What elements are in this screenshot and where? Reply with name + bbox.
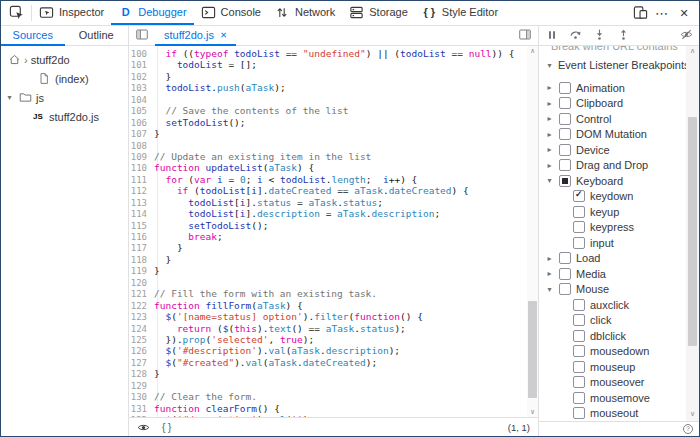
code-line[interactable]: 107} bbox=[129, 128, 538, 139]
checkbox-media[interactable] bbox=[559, 268, 571, 280]
code-line[interactable]: 123 $('[name=status] option').filter(fun… bbox=[129, 311, 538, 322]
scroll-up-icon[interactable]: ∧ bbox=[527, 46, 538, 56]
code-line[interactable]: 127 $("#created").val(aTask.dateCreated)… bbox=[129, 357, 538, 368]
responsive-design-button[interactable] bbox=[629, 1, 651, 25]
toolbar-tab-console[interactable]: Console bbox=[194, 1, 268, 25]
close-devtools-button[interactable]: ✕ bbox=[673, 1, 695, 25]
checkbox-mousedown[interactable] bbox=[573, 345, 585, 357]
event-breakpoint-device[interactable]: ▸Device bbox=[539, 142, 685, 158]
twisty-closed-icon[interactable]: ▸ bbox=[545, 269, 554, 278]
twisty-closed-icon[interactable]: ▸ bbox=[545, 99, 554, 108]
checkbox-mouseover[interactable] bbox=[573, 376, 585, 388]
event-breakpoint-keypress[interactable]: keypress bbox=[539, 220, 685, 236]
twisty-closed-icon[interactable]: ▸ bbox=[545, 161, 554, 170]
event-breakpoint-mouse[interactable]: ▾Mouse bbox=[539, 282, 685, 298]
code-line[interactable]: 116 break; bbox=[129, 231, 538, 242]
code-line[interactable]: 119} bbox=[129, 265, 538, 276]
code-line[interactable]: 122function fillForm(aTask) { bbox=[129, 300, 538, 311]
checkbox-mouseup[interactable] bbox=[573, 361, 585, 373]
code-line[interactable]: 108 bbox=[129, 140, 538, 151]
code-line[interactable]: 109// Update an existing item in the lis… bbox=[129, 151, 538, 162]
line-number[interactable]: 107 bbox=[129, 129, 152, 140]
event-breakpoint-input[interactable]: input bbox=[539, 235, 685, 251]
event-breakpoint-dblclick[interactable]: dblclick bbox=[539, 328, 685, 344]
code-line[interactable]: 118 } bbox=[129, 254, 538, 265]
event-breakpoint-keydown[interactable]: keydown bbox=[539, 189, 685, 205]
event-breakpoint-load[interactable]: ▸Load bbox=[539, 251, 685, 267]
checkbox-control[interactable] bbox=[559, 113, 571, 125]
close-tab-icon[interactable]: ✕ bbox=[220, 30, 227, 40]
event-breakpoint-mouseup[interactable]: mouseup bbox=[539, 359, 685, 375]
code-line[interactable]: 129 bbox=[129, 380, 538, 391]
event-breakpoint-auxclick[interactable]: auxclick bbox=[539, 297, 685, 313]
checkbox-clipboard[interactable] bbox=[559, 97, 571, 109]
scroll-up-icon[interactable]: ∧ bbox=[686, 46, 699, 56]
code-line[interactable]: 132 $('#description').val(''); bbox=[129, 414, 538, 417]
source-tree-item-stuff2do-root[interactable]: ›stuff2do bbox=[1, 50, 128, 69]
event-breakpoint-media[interactable]: ▸Media bbox=[539, 266, 685, 282]
expand-debugger-panel-button[interactable] bbox=[512, 26, 538, 45]
checkbox-load[interactable] bbox=[559, 252, 571, 264]
code-line[interactable]: 117 } bbox=[129, 242, 538, 253]
help-icon[interactable]: ? bbox=[682, 423, 694, 435]
event-breakpoint-mousemove[interactable]: mousemove bbox=[539, 390, 685, 406]
event-breakpoint-keyup[interactable]: keyup bbox=[539, 204, 685, 220]
tab-outline[interactable]: Outline bbox=[65, 26, 129, 46]
twisty-closed-icon[interactable]: ▸ bbox=[545, 83, 554, 92]
checkbox-keypress[interactable] bbox=[573, 221, 585, 233]
toolbar-tab-style-editor[interactable]: { }Style Editor bbox=[415, 1, 505, 25]
event-breakpoint-clipboard[interactable]: ▸Clipboard bbox=[539, 96, 685, 112]
line-number[interactable]: 128 bbox=[129, 369, 152, 380]
checkbox-click[interactable] bbox=[573, 314, 585, 326]
twisty-open-icon[interactable]: ▾ bbox=[545, 176, 554, 185]
code-line[interactable]: 106 setTodoList(); bbox=[129, 117, 538, 128]
twisty-open-icon[interactable]: ▾ bbox=[5, 93, 14, 102]
element-picker-button[interactable] bbox=[1, 1, 31, 25]
code-line[interactable]: 124 return ($(this).text() == aTask.stat… bbox=[129, 323, 538, 334]
step-over-button[interactable] bbox=[568, 28, 583, 43]
code-line[interactable]: 121// Fill the form with an existing tas… bbox=[129, 288, 538, 299]
step-out-button[interactable] bbox=[616, 28, 631, 43]
checkbox-device[interactable] bbox=[559, 144, 571, 156]
line-number[interactable]: 105 bbox=[129, 106, 152, 117]
code-line[interactable]: 111 for (var i = 0; i < todoList.length;… bbox=[129, 174, 538, 185]
line-number[interactable]: 112 bbox=[129, 186, 152, 197]
source-tree-item-index-file[interactable]: (index) bbox=[1, 69, 128, 88]
twisty-closed-icon[interactable]: ▸ bbox=[545, 114, 554, 123]
code-line[interactable]: 125 }).prop('selected', true); bbox=[129, 334, 538, 345]
scroll-down-icon[interactable]: ∨ bbox=[686, 409, 699, 419]
ignore-source-eye-icon[interactable] bbox=[137, 421, 150, 434]
event-breakpoint-dom-mutation[interactable]: ▸DOM Mutation bbox=[539, 127, 685, 143]
pretty-print-button[interactable]: { } bbox=[162, 422, 171, 433]
event-breakpoint-control[interactable]: ▸Control bbox=[539, 111, 685, 127]
line-number[interactable]: 123 bbox=[129, 312, 152, 323]
code-line[interactable]: 131function clearForm() { bbox=[129, 403, 538, 414]
code-line[interactable]: 126 $('#description').val(aTask.descript… bbox=[129, 345, 538, 356]
event-breakpoint-animation[interactable]: ▸Animation bbox=[539, 80, 685, 96]
code-line[interactable]: 100 if ((typeof todoList == "undefined")… bbox=[129, 48, 538, 59]
checkbox-mouse[interactable] bbox=[559, 283, 571, 295]
checkbox-keydown[interactable] bbox=[573, 190, 585, 202]
editor-scrollbar-thumb[interactable] bbox=[528, 301, 537, 398]
twisty-closed-icon[interactable]: ▸ bbox=[545, 130, 554, 139]
line-number[interactable]: 114 bbox=[129, 209, 152, 220]
step-in-button[interactable] bbox=[592, 28, 607, 43]
twisty-closed-icon[interactable]: ▸ bbox=[545, 145, 554, 154]
code-line[interactable]: 120 bbox=[129, 277, 538, 288]
code-line[interactable]: 104 bbox=[129, 94, 538, 105]
checkbox-drag-and-drop[interactable] bbox=[559, 159, 571, 171]
event-breakpoint-click[interactable]: click bbox=[539, 313, 685, 329]
toolbar-tab-storage[interactable]: Storage bbox=[342, 1, 415, 25]
code-line[interactable]: 112 if (todoList[i].dateCreated == aTask… bbox=[129, 185, 538, 196]
line-number[interactable]: 121 bbox=[129, 289, 152, 300]
line-number[interactable]: 130 bbox=[129, 392, 152, 403]
code-line[interactable]: 128} bbox=[129, 368, 538, 379]
pause-button[interactable] bbox=[544, 28, 559, 43]
checkbox-animation[interactable] bbox=[559, 82, 571, 94]
twisty-open-icon[interactable]: ▾ bbox=[545, 61, 554, 70]
checkbox-dblclick[interactable] bbox=[573, 330, 585, 342]
code-line[interactable]: 103 todoList.push(aTask); bbox=[129, 82, 538, 93]
meatball-menu-button[interactable]: ⋯ bbox=[651, 1, 673, 25]
code-line[interactable]: 114 todoList[i].description = aTask.desc… bbox=[129, 208, 538, 219]
event-breakpoint-mouseover[interactable]: mouseover bbox=[539, 375, 685, 391]
